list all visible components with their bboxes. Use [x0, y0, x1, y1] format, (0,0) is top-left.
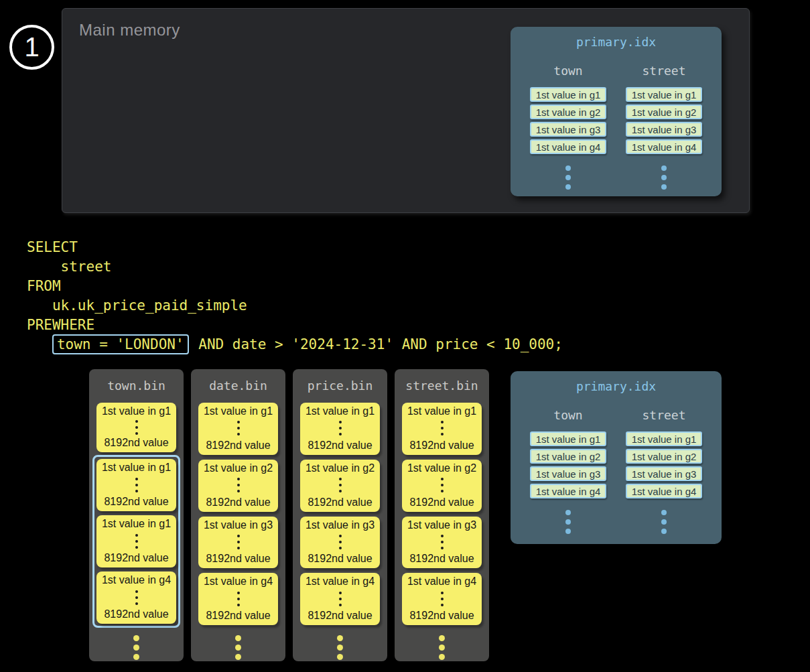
sql-highlight-town-filter: town = 'LONDON'	[52, 334, 189, 354]
granule-block: 1st value in g1 8192nd value	[96, 515, 176, 567]
idx-column-town: town 1st value in g1 1st value in g2 1st…	[530, 64, 606, 192]
idx-entry: 1st value in g2	[530, 449, 606, 464]
idx-column-header: town	[553, 408, 582, 422]
granule-last-value: 8192nd value	[308, 496, 372, 509]
granule-first-value: 1st value in g1	[204, 405, 273, 417]
granule-ellipsis-icon	[441, 533, 444, 551]
granule-last-value: 8192nd value	[206, 610, 270, 622]
granule-first-value: 1st value in g1	[102, 405, 171, 417]
step-1-badge: 1	[9, 25, 54, 70]
granule-last-value: 8192nd value	[104, 496, 168, 508]
bin-file-title: street.bin	[405, 379, 478, 393]
sql-line: FROM	[27, 277, 563, 296]
granule-first-value: 1st value in g4	[407, 576, 476, 588]
granule-ellipsis-icon	[339, 419, 342, 438]
bin-file-price: price.bin 1st value in g1 8192nd value 1…	[293, 369, 387, 661]
sql-line-rest: AND date > '2024-12-31' AND price < 10_0…	[190, 336, 563, 352]
primary-idx-box-disk: primary.idx town 1st value in g1 1st val…	[511, 371, 722, 544]
granule-block: 1st value in g1 8192nd value	[300, 403, 380, 455]
idx-entry: 1st value in g3	[626, 122, 702, 137]
bin-file-title: town.bin	[107, 379, 165, 393]
granule-ellipsis-icon	[339, 590, 342, 608]
idx-entry: 1st value in g1	[530, 431, 606, 446]
idx-column-header: street	[642, 408, 685, 422]
idx-column-town: town 1st value in g1 1st value in g2 1st…	[530, 408, 606, 536]
granule-last-value: 8192nd value	[206, 440, 270, 452]
idx-entry: 1st value in g2	[530, 105, 606, 119]
bin-file-town: town.bin 1st value in g1 8192nd value 1s…	[89, 369, 184, 661]
bin-file-street: street.bin 1st value in g1 8192nd value …	[395, 369, 489, 661]
ellipsis-dots-icon	[565, 163, 571, 192]
primary-idx-title: primary.idx	[511, 35, 722, 49]
idx-entry: 1st value in g3	[530, 466, 606, 481]
sql-line: SELECT	[27, 238, 563, 257]
primary-idx-columns: town 1st value in g1 1st value in g2 1st…	[511, 64, 722, 192]
sql-line: PREWHERE	[27, 316, 563, 335]
bin-file-title: price.bin	[308, 379, 373, 393]
granule-first-value: 1st value in g2	[204, 462, 273, 474]
granule-ellipsis-icon	[135, 532, 138, 550]
idx-column-street: street 1st value in g1 1st value in g2 1…	[626, 64, 702, 192]
granule-first-value: 1st value in g3	[407, 519, 476, 531]
granule-block: 1st value in g1 8192nd value	[198, 403, 278, 455]
granule-last-value: 8192nd value	[308, 440, 372, 452]
granule-block: 1st value in g3 8192nd value	[300, 517, 380, 569]
granule-first-value: 1st value in g1	[102, 462, 171, 474]
selected-granules-outline: 1st value in g1 8192nd value 1st value i…	[92, 455, 180, 628]
granule-first-value: 1st value in g3	[204, 519, 273, 531]
idx-entry: 1st value in g1	[626, 431, 702, 446]
ellipsis-dots-icon	[439, 633, 445, 661]
granule-first-value: 1st value in g1	[102, 518, 171, 530]
granule-first-value: 1st value in g1	[306, 405, 375, 417]
granule-last-value: 8192nd value	[104, 437, 168, 449]
idx-entry: 1st value in g4	[530, 484, 606, 498]
granule-first-value: 1st value in g3	[306, 519, 375, 531]
granule-block: 1st value in g1 8192nd value	[96, 403, 176, 452]
idx-entry: 1st value in g2	[626, 449, 702, 464]
ellipsis-dots-icon	[235, 633, 241, 661]
granule-first-value: 1st value in g4	[204, 576, 273, 588]
granule-first-value: 1st value in g1	[407, 405, 476, 417]
granule-first-value: 1st value in g4	[102, 574, 171, 586]
granule-ellipsis-icon	[441, 419, 444, 438]
granule-ellipsis-icon	[441, 476, 444, 494]
granule-block: 1st value in g2 8192nd value	[402, 460, 482, 512]
granule-ellipsis-icon	[237, 590, 240, 608]
granule-last-value: 8192nd value	[104, 552, 168, 564]
sql-line: street	[27, 257, 563, 277]
idx-entry: 1st value in g3	[626, 466, 702, 481]
granule-ellipsis-icon	[237, 476, 240, 494]
granule-block: 1st value in g4 8192nd value	[96, 572, 176, 624]
granule-first-value: 1st value in g2	[407, 462, 476, 474]
granule-first-value: 1st value in g2	[306, 462, 375, 474]
primary-idx-box-memory: primary.idx town 1st value in g1 1st val…	[511, 27, 722, 196]
idx-column-header: street	[642, 64, 685, 78]
granule-block: 1st value in g4 8192nd value	[402, 573, 482, 625]
granule-block: 1st value in g2 8192nd value	[300, 460, 380, 512]
granule-first-value: 1st value in g4	[306, 576, 375, 588]
idx-entry: 1st value in g1	[626, 87, 702, 102]
granule-last-value: 8192nd value	[308, 553, 372, 565]
ellipsis-dots-icon	[661, 508, 667, 536]
step-1-label: 1	[24, 32, 39, 62]
granule-block: 1st value in g4 8192nd value	[300, 573, 380, 625]
granule-ellipsis-icon	[135, 476, 138, 494]
idx-entry: 1st value in g3	[530, 122, 606, 137]
idx-entry: 1st value in g1	[530, 87, 606, 102]
granule-last-value: 8192nd value	[308, 610, 372, 622]
granule-block: 1st value in g4 8192nd value	[198, 573, 278, 625]
granule-ellipsis-icon	[339, 476, 342, 494]
granule-last-value: 8192nd value	[104, 608, 168, 620]
idx-entry: 1st value in g2	[626, 105, 702, 119]
ellipsis-dots-icon	[661, 163, 667, 192]
granule-ellipsis-icon	[441, 590, 444, 608]
granule-last-value: 8192nd value	[206, 553, 270, 565]
granule-block: 1st value in g3 8192nd value	[402, 517, 482, 569]
idx-entry: 1st value in g4	[626, 484, 702, 498]
ellipsis-dots-icon	[337, 633, 343, 661]
granule-ellipsis-icon	[339, 533, 342, 551]
idx-entry: 1st value in g4	[626, 139, 702, 154]
granule-block: 1st value in g1 8192nd value	[402, 403, 482, 455]
main-memory-label: Main memory	[79, 21, 180, 40]
granule-block: 1st value in g2 8192nd value	[198, 460, 278, 512]
